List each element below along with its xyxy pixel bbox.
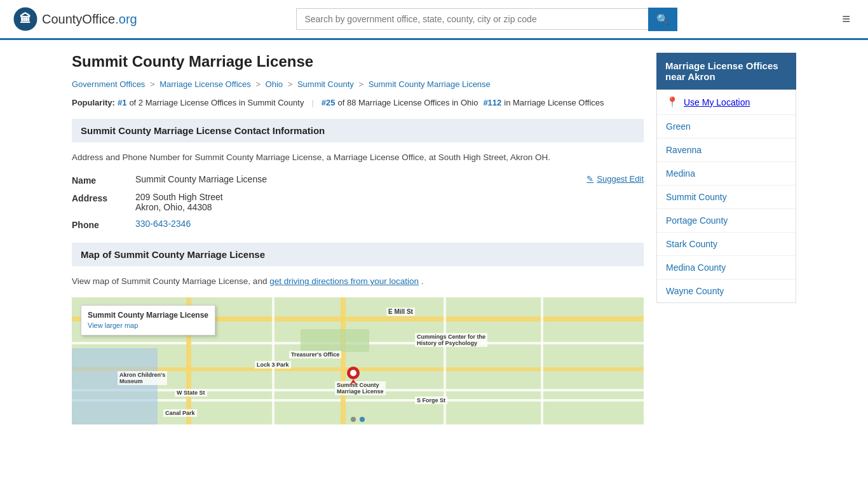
breadcrumb-ohio[interactable]: Ohio	[266, 79, 283, 89]
phone-label: Phone	[72, 219, 135, 230]
contact-section-header: Summit County Marriage License Contact I…	[72, 119, 644, 142]
address-line1: 209 South High Street	[135, 192, 644, 202]
sidebar-link-summit-county[interactable]: Summit County	[666, 192, 727, 202]
sidebar-item-medina-county[interactable]: Medina County	[657, 256, 796, 280]
map-container[interactable]: E Mill St Cummings Center for theHistory…	[72, 297, 644, 424]
breadcrumb-summit-county[interactable]: Summit County	[297, 79, 354, 89]
content-area: Summit County Marriage License Governmen…	[72, 53, 644, 424]
sidebar-link-portage-county[interactable]: Portage County	[666, 215, 728, 226]
address-value: 209 South High Street Akron, Ohio, 44308	[135, 192, 644, 212]
map-label-treasurer: Treasurer's Office	[289, 351, 341, 358]
popularity-section: Popularity: #1 of 2 Marriage License Off…	[72, 98, 644, 107]
main-container: Summit County Marriage License Governmen…	[59, 40, 809, 437]
svg-point-3	[350, 370, 356, 376]
sidebar-link-ravenna[interactable]: Ravenna	[666, 145, 702, 155]
map-section-header: Map of Summit County Marriage License	[72, 243, 644, 266]
search-bar: 🔍	[296, 8, 677, 31]
breadcrumb: Government Offices > Marriage License Of…	[72, 79, 644, 89]
map-description: View map of Summit County Marriage Licen…	[72, 275, 644, 288]
sidebar-link-wayne-county[interactable]: Wayne County	[666, 286, 724, 296]
address-row: Address 209 South High Street Akron, Ohi…	[72, 192, 644, 212]
search-icon: 🔍	[656, 14, 669, 25]
address-line2: Akron, Ohio, 44308	[135, 202, 644, 212]
map-label-akron-children: Akron Children'sMuseum	[118, 371, 167, 385]
map-popup-link[interactable]: View larger map	[88, 322, 138, 329]
svg-text:🏛: 🏛	[20, 12, 31, 25]
driving-directions-link[interactable]: get driving directions from your locatio…	[269, 276, 419, 286]
sidebar-item-wayne-county[interactable]: Wayne County	[657, 280, 796, 302]
logo-text: CountyOffice.org	[42, 12, 137, 27]
sidebar-item-green[interactable]: Green	[657, 115, 796, 139]
menu-icon: ≡	[842, 11, 850, 27]
sidebar-item-portage-county[interactable]: Portage County	[657, 209, 796, 233]
phone-row: Phone 330-643-2346	[72, 219, 644, 230]
logo-icon: 🏛	[13, 6, 38, 32]
use-location-item[interactable]: 📍 Use My Location	[657, 90, 796, 115]
map-label-sforge: S Forge St	[415, 396, 447, 404]
map-label-emill: E Mill St	[386, 308, 415, 316]
popularity-rank2: #25	[322, 98, 336, 107]
map-label-wstate: W State St	[175, 389, 207, 396]
sidebar-item-stark-county[interactable]: Stark County	[657, 233, 796, 256]
popularity-rank1-text: of 2 Marriage License Offices in Summit …	[129, 98, 304, 107]
map-label-cummings: Cummings Center for theHistory of Psycho…	[415, 333, 487, 347]
page-title: Summit County Marriage License	[72, 53, 644, 71]
phone-link[interactable]: 330-643-2346	[135, 219, 191, 229]
popularity-label: Popularity:	[72, 98, 115, 107]
address-label: Address	[72, 192, 135, 203]
map-label-lock3: Lock 3 Park	[255, 361, 291, 369]
search-input[interactable]	[296, 8, 648, 30]
popularity-rank2-text: of 88 Marriage License Offices in Ohio	[338, 98, 478, 107]
map-controls	[351, 417, 365, 422]
phone-value: 330-643-2346	[135, 219, 644, 229]
map-pin	[346, 366, 360, 387]
popularity-rank3: #112	[483, 98, 501, 107]
sidebar-link-green[interactable]: Green	[666, 121, 691, 132]
sidebar-item-summit-county[interactable]: Summit County	[657, 186, 796, 209]
menu-button[interactable]: ≡	[837, 8, 855, 30]
sidebar-content: 📍 Use My Location Green Ravenna Medina S…	[656, 90, 796, 303]
contact-description: Address and Phone Number for Summit Coun…	[72, 151, 644, 164]
sidebar-link-stark-county[interactable]: Stark County	[666, 239, 717, 249]
sidebar-item-medina[interactable]: Medina	[657, 162, 796, 186]
map-label-canal: Canal Park	[163, 409, 197, 417]
popularity-rank3-text: in Marriage License Offices	[504, 98, 604, 107]
breadcrumb-government-offices[interactable]: Government Offices	[72, 79, 145, 89]
popularity-rank1: #1	[118, 98, 126, 107]
name-row: Name Summit County Marriage License ✎ Su…	[72, 174, 644, 186]
site-header: 🏛 CountyOffice.org 🔍 ≡	[0, 0, 868, 40]
edit-icon: ✎	[587, 174, 593, 184]
sidebar-header: Marriage License Offices near Akron	[656, 53, 796, 90]
location-pin-icon: 📍	[666, 96, 679, 108]
logo[interactable]: 🏛 CountyOffice.org	[13, 6, 137, 32]
name-label: Name	[72, 174, 135, 186]
suggest-edit-button[interactable]: ✎ Suggest Edit	[587, 174, 644, 184]
breadcrumb-current[interactable]: Summit County Marriage License	[369, 79, 491, 89]
name-value: Summit County Marriage License	[135, 174, 587, 184]
sidebar-item-ravenna[interactable]: Ravenna	[657, 139, 796, 162]
sidebar-link-medina[interactable]: Medina	[666, 168, 695, 179]
breadcrumb-marriage-license-offices[interactable]: Marriage License Offices	[159, 79, 251, 89]
use-location-link[interactable]: Use My Location	[684, 97, 750, 107]
map-section: Map of Summit County Marriage License Vi…	[72, 243, 644, 424]
search-button[interactable]: 🔍	[648, 8, 677, 31]
sidebar-link-medina-county[interactable]: Medina County	[666, 262, 726, 273]
sidebar: Marriage License Offices near Akron 📍 Us…	[656, 53, 796, 424]
map-popup: Summit County Marriage License View larg…	[81, 305, 215, 336]
map-popup-title: Summit County Marriage License	[88, 311, 208, 320]
